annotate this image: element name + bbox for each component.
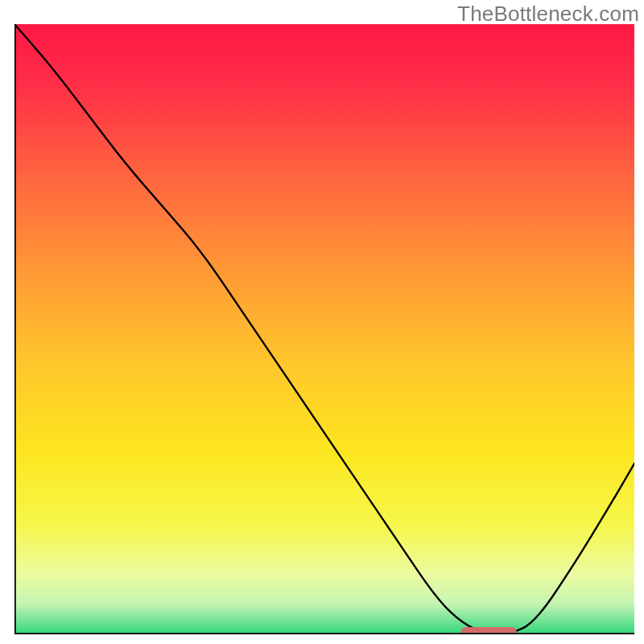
chart-container: TheBottleneck.com xyxy=(0,0,644,644)
svg-rect-1 xyxy=(14,24,634,634)
bottleneck-chart xyxy=(14,24,634,634)
watermark-label: TheBottleneck.com xyxy=(457,2,639,27)
